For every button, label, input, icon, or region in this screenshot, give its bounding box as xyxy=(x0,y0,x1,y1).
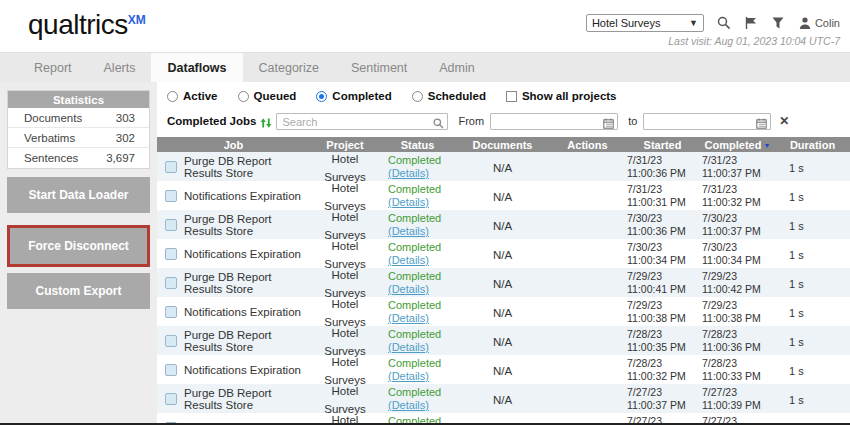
project-select-value: Hotel Surveys xyxy=(592,17,660,29)
checkbox xyxy=(506,91,517,102)
documents-value: N/A xyxy=(493,249,512,261)
status-radio-completed[interactable]: Completed xyxy=(316,90,391,102)
stat-value: 303 xyxy=(116,112,135,123)
documents-value: N/A xyxy=(493,365,512,377)
dataflows-content: Active Queued Completed Scheduled Show a… xyxy=(157,82,850,424)
show-all-projects-checkbox[interactable]: Show all projects xyxy=(506,90,617,102)
job-table-row: Purge DB Report Results Store Hotel Surv… xyxy=(157,152,850,181)
user-menu[interactable]: Colin xyxy=(798,16,840,30)
row-checkbox[interactable] xyxy=(165,190,177,202)
documents-value: N/A xyxy=(493,162,512,174)
logo-xm-superscript: XM xyxy=(128,13,146,27)
chevron-down-icon: ▼ xyxy=(689,18,698,28)
status-text: Completed xyxy=(388,386,455,399)
completed-timestamp: 7/27/23 11:00:33 PM xyxy=(702,415,775,425)
main-nav: ReportAlertsDataflowsCategorizeSentiment… xyxy=(0,52,850,82)
completed-timestamp: 7/28/23 11:00:36 PM xyxy=(702,328,775,353)
flag-icon[interactable] xyxy=(744,16,758,30)
custom-export-wrap: Custom Export xyxy=(7,273,150,309)
statistics-title: Statistics xyxy=(8,91,149,108)
started-timestamp: 7/28/23 11:00:35 PM xyxy=(627,328,700,353)
to-label: to xyxy=(628,115,637,127)
details-link[interactable]: (Details) xyxy=(388,167,455,180)
nav-tab-categorize[interactable]: Categorize xyxy=(243,53,335,82)
row-checkbox[interactable] xyxy=(165,393,177,405)
started-timestamp: 7/27/23 11:00:32 PM xyxy=(627,415,700,425)
row-checkbox[interactable] xyxy=(165,248,177,260)
project-select[interactable]: Hotel Surveys ▼ xyxy=(586,14,704,32)
details-link[interactable]: (Details) xyxy=(388,312,455,325)
duration-value: 1 s xyxy=(789,394,804,406)
details-link[interactable]: (Details) xyxy=(388,399,455,412)
started-timestamp: 7/31/23 11:00:36 PM xyxy=(627,154,700,179)
nav-tab-admin[interactable]: Admin xyxy=(423,53,490,82)
duration-value: 1 s xyxy=(789,191,804,203)
details-link[interactable]: (Details) xyxy=(388,341,455,354)
status-radio-scheduled[interactable]: Scheduled xyxy=(412,90,486,102)
duration-value: 1 s xyxy=(789,336,804,348)
calendar-icon[interactable] xyxy=(756,115,767,126)
last-visit-text: Last visit: Aug 01, 2023 10:04 UTC-7 xyxy=(668,35,840,47)
to-date-input[interactable] xyxy=(643,113,771,130)
sidebar: Statistics Documents 303 Verbatims 302 S… xyxy=(0,82,157,424)
completed-timestamp: 7/30/23 11:00:37 PM xyxy=(702,212,775,237)
search-icon[interactable] xyxy=(717,16,731,30)
radio-dot xyxy=(238,91,249,102)
row-checkbox[interactable] xyxy=(165,335,177,347)
column-header-status[interactable]: Status▼ xyxy=(380,139,455,151)
job-table-row: Purge DB Report Results Store Hotel Surv… xyxy=(157,384,850,413)
user-name: Colin xyxy=(815,17,840,29)
status-text: Completed xyxy=(388,270,455,283)
filter-icon[interactable] xyxy=(771,16,785,30)
from-label: From xyxy=(458,115,484,127)
refresh-icon[interactable] xyxy=(260,115,272,127)
details-link[interactable]: (Details) xyxy=(388,225,455,238)
radio-dot xyxy=(412,91,423,102)
column-header-job[interactable]: Job▼ xyxy=(157,139,310,151)
details-link[interactable]: (Details) xyxy=(388,254,455,267)
search-icon xyxy=(433,115,444,126)
details-link[interactable]: (Details) xyxy=(388,283,455,296)
details-link[interactable]: (Details) xyxy=(388,196,455,209)
job-table-row: Notifications Expiration Hotel Surveys C… xyxy=(157,413,850,425)
duration-value: 1 s xyxy=(789,307,804,319)
row-checkbox[interactable] xyxy=(165,364,177,376)
status-text: Completed xyxy=(388,154,455,167)
completed-timestamp: 7/29/23 11:00:42 PM xyxy=(702,270,775,295)
started-timestamp: 7/31/23 11:00:31 PM xyxy=(627,183,700,208)
calendar-icon[interactable] xyxy=(603,115,614,126)
user-icon xyxy=(798,16,812,30)
row-checkbox[interactable] xyxy=(165,219,177,231)
force-disconnect-button[interactable]: Force Disconnect xyxy=(10,228,147,264)
status-radio-queued[interactable]: Queued xyxy=(238,90,297,102)
nav-tab-report[interactable]: Report xyxy=(18,53,88,82)
row-checkbox[interactable] xyxy=(165,277,177,289)
clear-dates-icon[interactable]: ✕ xyxy=(779,114,789,128)
duration-value: 1 s xyxy=(789,162,804,174)
row-checkbox[interactable] xyxy=(165,422,177,425)
nav-tab-sentiment[interactable]: Sentiment xyxy=(335,53,423,82)
nav-tab-dataflows[interactable]: Dataflows xyxy=(151,53,242,82)
row-checkbox[interactable] xyxy=(165,161,177,173)
row-checkbox[interactable] xyxy=(165,306,177,318)
logo-text: qualtrics xyxy=(28,9,128,40)
nav-tab-alerts[interactable]: Alerts xyxy=(88,53,152,82)
column-header-duration[interactable]: Duration▼ xyxy=(775,139,850,151)
job-table-row: Notifications Expiration Hotel Surveys C… xyxy=(157,181,850,210)
column-header-actions[interactable]: Actions▼ xyxy=(550,139,625,151)
jobs-search-input[interactable] xyxy=(276,113,448,130)
status-radio-active[interactable]: Active xyxy=(167,90,218,102)
custom-export-button[interactable]: Custom Export xyxy=(7,273,150,309)
job-name: Purge DB Report Results Store xyxy=(184,271,310,295)
from-date-input[interactable] xyxy=(490,113,618,130)
column-header-documents[interactable]: Documents▼ xyxy=(455,139,550,151)
completed-timestamp: 7/31/23 11:00:32 PM xyxy=(702,183,775,208)
completed-timestamp: 7/30/23 11:00:34 PM xyxy=(702,241,775,266)
column-header-completed[interactable]: Completed▼ xyxy=(700,139,775,151)
start-data-loader-button[interactable]: Start Data Loader xyxy=(7,177,150,213)
job-table-row: Purge DB Report Results Store Hotel Surv… xyxy=(157,326,850,355)
column-header-started[interactable]: Started▼ xyxy=(625,139,700,151)
started-timestamp: 7/28/23 11:00:32 PM xyxy=(627,357,700,382)
status-text: Completed xyxy=(388,299,455,312)
details-link[interactable]: (Details) xyxy=(388,370,455,383)
